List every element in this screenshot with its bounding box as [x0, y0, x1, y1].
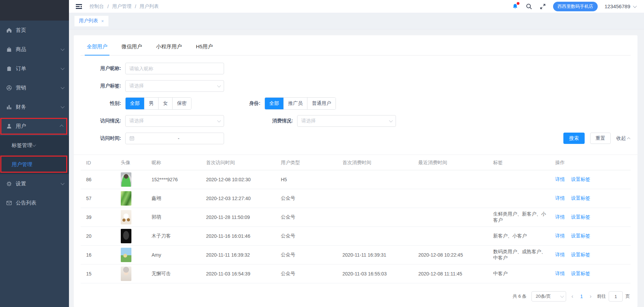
consume-status-label: 消费情况:	[257, 118, 297, 124]
identity-option-promoter[interactable]: 推广员	[283, 98, 307, 109]
set-tag-link[interactable]: 设置标签	[571, 271, 590, 276]
user-type-tabs: 全部用户 微信用户 小程序用户 H5用户	[81, 35, 631, 56]
breadcrumb-item[interactable]: 控制台	[90, 3, 104, 10]
sidebar-item-home[interactable]: 首页	[0, 21, 69, 40]
select-placeholder: 请选择	[129, 83, 217, 89]
cell-nickname: 木子刀客	[149, 227, 203, 246]
gender-label: 性别:	[81, 100, 125, 107]
prev-page-button[interactable]: ‹	[571, 293, 574, 299]
gender-option-female[interactable]: 女	[158, 98, 172, 109]
users-submenu: 标签管理 用户管理	[0, 136, 69, 174]
select-placeholder: 请选择	[301, 118, 389, 124]
envelope-icon	[6, 200, 12, 206]
goto-page-input[interactable]	[609, 291, 623, 302]
store-badge[interactable]: 西西里数码手机店	[553, 2, 598, 11]
page-tag-user-list[interactable]: 用户列表 ×	[74, 16, 108, 26]
filter-actions: 搜索 重置 收起	[563, 133, 631, 144]
collapse-filters-link[interactable]: 收起	[616, 135, 631, 142]
sidebar-item-finance[interactable]: 财务	[0, 97, 69, 116]
cell-id: 57	[81, 189, 118, 208]
cell-first-consume	[340, 189, 415, 208]
visit-time-label: 访问时间:	[81, 135, 125, 142]
cell-user-type: 公众号	[278, 189, 340, 208]
bell-icon[interactable]	[512, 3, 519, 10]
col-header-first-visit: 首次访问时间	[203, 155, 278, 170]
consume-status-select[interactable]: 请选择	[297, 115, 396, 127]
cell-user-type: 公众号	[278, 208, 340, 227]
cell-first-visit: 2020-11-16 16:01:46	[203, 227, 278, 246]
user-tag-select[interactable]: 请选择	[125, 80, 224, 92]
sidebar-item-user-management[interactable]: 用户管理	[0, 155, 69, 174]
sidebar-item-marketing[interactable]: 营销	[0, 78, 69, 97]
tab-all-users[interactable]: 全部用户	[87, 44, 107, 55]
set-tag-link[interactable]: 设置标签	[571, 252, 590, 257]
gender-option-male[interactable]: 男	[144, 98, 158, 109]
page-number-1[interactable]: 1	[579, 294, 584, 299]
sidebar-item-settings[interactable]: 设置	[0, 174, 69, 193]
page-tag-label: 用户列表	[79, 18, 98, 24]
content-area: 全部用户 微信用户 小程序用户 H5用户 用户昵称: 用户标签:	[69, 29, 644, 307]
user-avatar	[121, 210, 131, 224]
detail-link[interactable]: 详情	[555, 271, 565, 276]
detail-link[interactable]: 详情	[555, 214, 565, 220]
reset-button[interactable]: 重置	[590, 133, 611, 144]
identity-button-group: 全部 推广员 普通用户	[265, 97, 336, 110]
opened-tags-bar: 用户列表 ×	[69, 13, 644, 29]
filter-row-visit-consume: 访问情况: 请选择 消费情况: 请选择	[81, 112, 631, 130]
set-tag-link[interactable]: 设置标签	[571, 195, 590, 201]
search-button[interactable]: 搜索	[563, 133, 585, 144]
sidebar-item-label: 营销	[16, 85, 61, 91]
set-tag-link[interactable]: 设置标签	[571, 233, 590, 238]
chevron-down-icon	[560, 294, 564, 298]
breadcrumb-item[interactable]: 用户管理	[112, 3, 131, 10]
next-page-button[interactable]: ›	[589, 293, 592, 299]
sidebar-item-goods[interactable]: 商品	[0, 40, 69, 59]
page-size-select[interactable]: 20条/页	[531, 291, 566, 302]
table-header-row: ID 头像 昵称 首次访问时间 用户类型 首次消费时间 最近消费时间 标签 操作	[81, 155, 631, 170]
detail-link[interactable]: 详情	[555, 233, 565, 238]
sidebar-item-label: 设置	[16, 181, 61, 187]
sidebar-item-tag-management[interactable]: 标签管理	[0, 136, 69, 155]
marketing-icon	[6, 85, 12, 91]
user-avatar	[121, 248, 131, 262]
breadcrumb-item[interactable]: 用户列表	[140, 3, 159, 10]
search-icon[interactable]	[526, 3, 532, 10]
tab-wechat-users[interactable]: 微信用户	[121, 44, 142, 55]
identity-option-all[interactable]: 全部	[265, 98, 283, 109]
chevron-down-icon	[61, 66, 65, 70]
sidebar-item-label: 财务	[16, 104, 61, 110]
fullscreen-icon[interactable]	[539, 3, 546, 10]
chevron-up-icon	[627, 137, 630, 141]
detail-link[interactable]: 详情	[555, 252, 565, 257]
cell-nickname: Amy	[149, 246, 203, 265]
visit-status-select[interactable]: 请选择	[125, 115, 224, 127]
nickname-input-wrap	[125, 63, 224, 74]
gender-option-all[interactable]: 全部	[126, 98, 144, 109]
close-icon[interactable]: ×	[101, 19, 104, 24]
sidebar-collapse-icon[interactable]	[76, 4, 82, 9]
sidebar-item-users[interactable]: 用户	[0, 116, 69, 136]
cell-first-visit: 2020-11-11 16:39:32	[203, 246, 278, 265]
breadcrumb: 控制台 / 用户管理 / 用户列表	[90, 3, 159, 10]
chevron-down-icon	[61, 85, 65, 89]
tab-miniprogram-users[interactable]: 小程序用户	[156, 44, 182, 55]
cell-first-visit: 2020-11-03 16:54:39	[203, 265, 278, 283]
identity-option-normal[interactable]: 普通用户	[307, 98, 336, 109]
detail-link[interactable]: 详情	[555, 195, 565, 201]
gender-option-secret[interactable]: 保密	[172, 98, 191, 109]
account-menu[interactable]: 123456789	[605, 3, 636, 9]
col-header-id: ID	[81, 155, 118, 170]
chevron-down-icon	[61, 105, 65, 108]
visit-time-date-range[interactable]: -	[125, 133, 224, 144]
nickname-input[interactable]	[129, 66, 220, 71]
tab-h5-users[interactable]: H5用户	[196, 44, 213, 55]
user-tag-label: 用户标签:	[81, 83, 125, 89]
set-tag-link[interactable]: 设置标签	[571, 214, 590, 220]
col-header-user-type: 用户类型	[278, 155, 340, 170]
gender-button-group: 全部 男 女 保密	[125, 97, 191, 110]
detail-link[interactable]: 详情	[555, 176, 565, 182]
sidebar-item-announcements[interactable]: 公告列表	[0, 193, 69, 212]
nickname-label: 用户昵称:	[81, 65, 125, 72]
sidebar-item-orders[interactable]: 订单	[0, 59, 69, 78]
set-tag-link[interactable]: 设置标签	[571, 176, 590, 182]
